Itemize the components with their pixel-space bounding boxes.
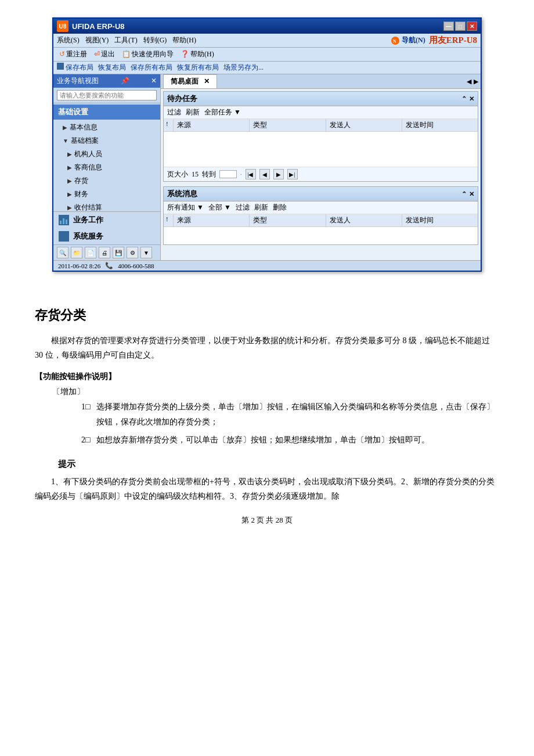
tool-btn-2[interactable]: 📁 bbox=[71, 247, 82, 258]
nav-label-org: 机构人员 bbox=[74, 149, 102, 159]
next-page-btn[interactable]: ▶ bbox=[273, 169, 284, 179]
save-layout-btn[interactable]: 保存布局 bbox=[57, 63, 93, 73]
delete-btn[interactable]: 删除 bbox=[273, 203, 287, 213]
help-label: 帮助(H) bbox=[190, 49, 214, 59]
list-item-2: 2□ 如想放弃新增存货分类，可以单击〔放弃〕按钮；如果想继续增加，单击〔增加〕按… bbox=[81, 433, 499, 447]
all-tasks-btn[interactable]: 全部任务 ▼ bbox=[204, 107, 241, 117]
erp-main-area: 业务导航视图 📌 ✕ 基础设置 ▶ 基本信息 ▼ 基础档案 ▶ 机构人 bbox=[53, 74, 481, 260]
tab-nav-right[interactable]: ▶ bbox=[474, 78, 478, 85]
exit-label: 退出 bbox=[101, 49, 115, 59]
tool-btn-3[interactable]: 📄 bbox=[85, 247, 96, 258]
nav-label-inventory: 存货 bbox=[74, 176, 88, 186]
titlebar-left: U8 UFIDA ERP-U8 bbox=[57, 20, 125, 32]
svg-text:N: N bbox=[393, 39, 396, 44]
nav-label-finance: 财务 bbox=[74, 189, 88, 199]
arrow-icon: ▶ bbox=[67, 204, 72, 211]
col-source2: 来源 bbox=[173, 214, 249, 226]
erp-content-area: 简易桌面 ✕ ◀ ▶ 待办任务 ⌃ ✕ bbox=[161, 74, 481, 260]
save-all-layouts-btn[interactable]: 保存所有布局 bbox=[131, 63, 172, 73]
sidebar-item-business-work[interactable]: 业务工作 bbox=[53, 212, 160, 228]
panel2-close-icon[interactable]: ✕ bbox=[469, 190, 474, 198]
menu-system[interactable]: 系统(S) bbox=[57, 35, 80, 45]
menu-tools[interactable]: 工具(T) bbox=[114, 35, 137, 45]
erp-titlebar: U8 UFIDA ERP-U8 — □ ✕ bbox=[53, 19, 481, 34]
panel2-collapse-icon[interactable]: ⌃ bbox=[461, 190, 467, 198]
col-send-time2: 发送时间 bbox=[402, 214, 478, 226]
restore-layout-btn[interactable]: 恢复布局 bbox=[98, 63, 126, 73]
exit-button[interactable]: ⏎ 退出 bbox=[92, 49, 117, 60]
tool-btn-6[interactable]: ⚙ bbox=[127, 247, 138, 258]
quickguide-label: 快速使用向导 bbox=[132, 49, 174, 59]
statusbar-datetime: 2011-06-02 8:26 bbox=[58, 262, 100, 269]
sys-msg-panel-title: 系统消息 bbox=[167, 189, 197, 199]
minimize-button[interactable]: — bbox=[443, 21, 454, 31]
todo-toolbar: 过滤 刷新 全部任务 ▼ bbox=[164, 106, 478, 119]
goto-input[interactable] bbox=[219, 170, 237, 178]
tool-btn-5[interactable]: 💾 bbox=[113, 247, 124, 258]
last-page-btn[interactable]: ▶| bbox=[287, 169, 298, 179]
arrow-icon: ▶ bbox=[67, 191, 72, 197]
bar3 bbox=[66, 219, 67, 224]
scene-saveas-btn[interactable]: 场景另存为... bbox=[223, 63, 264, 73]
doc-list: 1□ 选择要增加存货分类的上级分类，单击〔增加〕按钮，在编辑区输入分类编码和名称… bbox=[81, 399, 499, 447]
menu-view[interactable]: 视图(Y) bbox=[85, 35, 109, 45]
filter-btn[interactable]: 过滤 bbox=[167, 107, 181, 117]
erp-title: UFIDA ERP-U8 bbox=[72, 22, 125, 31]
col-type: 类型 bbox=[249, 119, 325, 131]
sidebar-item-inventory[interactable]: ▶ 存货 bbox=[53, 174, 160, 188]
panel1-close-icon[interactable]: ✕ bbox=[469, 95, 474, 103]
tab-simple-desktop[interactable]: 简易桌面 ✕ bbox=[163, 74, 217, 88]
close-button[interactable]: ✕ bbox=[467, 21, 477, 31]
tool-btn-4[interactable]: 🖨 bbox=[99, 247, 110, 258]
menubar: 系统(S) 视图(Y) 工具(T) 转到(G) 帮助(H) N 导航(N) 用友… bbox=[53, 34, 481, 48]
tab-nav-buttons: ◀ ▶ bbox=[467, 78, 478, 85]
nav-label: 导航(N) bbox=[402, 35, 425, 45]
filter-btn2[interactable]: 过滤 bbox=[236, 203, 250, 213]
tool-dropdown[interactable]: ▼ bbox=[140, 247, 152, 258]
sidebar-item-org-personnel[interactable]: ▶ 机构人员 bbox=[53, 147, 160, 161]
sidebar-search-input[interactable] bbox=[57, 90, 157, 100]
prev-page-btn[interactable]: ◀ bbox=[259, 169, 270, 179]
doc-content: 存货分类 根据对存货的管理要求对存货进行分类管理，以便于对业务数据的统计和分析。… bbox=[35, 289, 499, 531]
square-icon bbox=[59, 231, 69, 242]
tool-btn-1[interactable]: 🔍 bbox=[57, 247, 68, 258]
menu-goto[interactable]: 转到(G) bbox=[143, 35, 167, 45]
tab-nav-left[interactable]: ◀ bbox=[467, 78, 471, 85]
arrow-icon: ▶ bbox=[67, 164, 72, 171]
all-btn[interactable]: 全部 ▼ bbox=[208, 203, 231, 213]
sys-msg-toolbar: 所有通知 ▼ 全部 ▼ 过滤 刷新 删除 bbox=[164, 201, 478, 214]
sidebar-item-payment[interactable]: ▶ 收付结算 bbox=[53, 201, 160, 211]
sidebar-item-basic-archives[interactable]: ▼ 基础档案 bbox=[53, 134, 160, 147]
help-button[interactable]: ❓ 帮助(H) bbox=[178, 49, 217, 60]
sidebar-pin-icon[interactable]: 📌 bbox=[121, 77, 129, 85]
todo-panel: 待办任务 ⌃ ✕ 过滤 刷新 全部任务 ▼ ! 来源 类型 发送人 发送时间 bbox=[163, 91, 478, 182]
sidebar-close-icon[interactable]: ✕ bbox=[151, 77, 157, 85]
statusbar-phone: 4006-600-588 bbox=[118, 262, 154, 269]
todo-panel-title: 待办任务 bbox=[167, 93, 197, 104]
business-work-label: 业务工作 bbox=[73, 215, 103, 225]
refresh-btn[interactable]: 刷新 bbox=[186, 107, 200, 117]
quickguide-button[interactable]: 📋 快速使用向导 bbox=[120, 49, 176, 60]
panel1-collapse-icon[interactable]: ⌃ bbox=[461, 95, 467, 103]
col-sender: 发送人 bbox=[326, 119, 402, 131]
bar1 bbox=[60, 221, 62, 224]
doc-button-label: 〔增加〕 bbox=[52, 387, 499, 397]
sidebar-item-finance[interactable]: ▶ 财务 bbox=[53, 188, 160, 201]
nav-icon[interactable]: N 导航(N) bbox=[391, 35, 425, 45]
nav-label-basic-info: 基本信息 bbox=[70, 123, 98, 132]
all-notify-btn[interactable]: 所有通知 ▼ bbox=[167, 203, 204, 213]
tab-close-icon[interactable]: ✕ bbox=[204, 77, 210, 85]
list-item-1: 1□ 选择要增加存货分类的上级分类，单击〔增加〕按钮，在编辑区输入分类编码和名称… bbox=[81, 399, 499, 429]
maximize-button[interactable]: □ bbox=[455, 21, 466, 31]
pagination-bar: 页大小 15 转到 · |◀ ◀ ▶ ▶| bbox=[164, 167, 478, 181]
menu-help[interactable]: 帮助(H) bbox=[172, 35, 196, 45]
sidebar-item-customer-info[interactable]: ▶ 客商信息 bbox=[53, 161, 160, 174]
restore-all-layouts-btn[interactable]: 恢复所有布局 bbox=[177, 63, 219, 73]
sidebar-item-basic-info[interactable]: ▶ 基本信息 bbox=[53, 121, 160, 134]
nav-label-basic-archives: 基础档案 bbox=[71, 136, 99, 146]
save-icon bbox=[57, 63, 64, 70]
sidebar-item-system-services[interactable]: 系统服务 bbox=[53, 228, 160, 244]
reregister-button[interactable]: ↺ 重注册 bbox=[57, 49, 89, 60]
refresh-btn2[interactable]: 刷新 bbox=[254, 203, 268, 213]
first-page-btn[interactable]: |◀ bbox=[246, 169, 256, 179]
